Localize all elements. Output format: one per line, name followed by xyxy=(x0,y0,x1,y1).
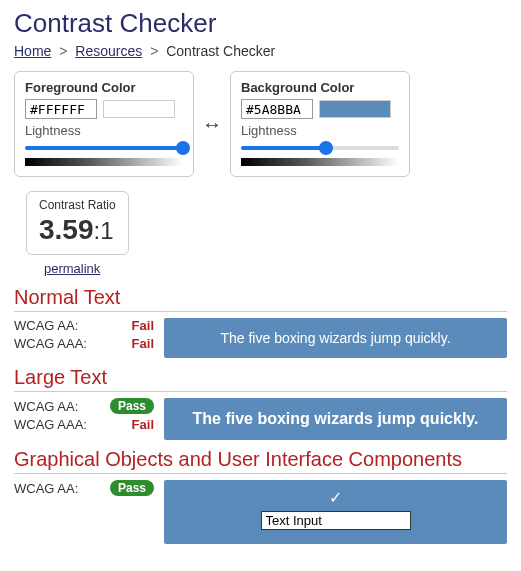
section-title-large: Large Text xyxy=(14,366,507,392)
section-title-normal: Normal Text xyxy=(14,286,507,312)
breadcrumb-current: Contrast Checker xyxy=(166,43,275,59)
foreground-lightness-slider[interactable] xyxy=(25,142,183,154)
breadcrumb-resources[interactable]: Resources xyxy=(75,43,142,59)
background-lightness-slider[interactable] xyxy=(241,142,399,154)
normal-aa-label: WCAG AA: xyxy=(14,318,78,333)
foreground-panel: Foreground Color Lightness xyxy=(14,71,194,177)
background-lightness-label: Lightness xyxy=(241,123,399,138)
breadcrumb: Home > Resources > Contrast Checker xyxy=(14,43,507,59)
foreground-swatch[interactable] xyxy=(103,100,175,118)
foreground-label: Foreground Color xyxy=(25,80,183,95)
ui-preview: ✓ xyxy=(164,480,507,544)
page-title: Contrast Checker xyxy=(14,8,507,39)
normal-aa-result: Fail xyxy=(132,318,154,333)
normal-aaa-result: Fail xyxy=(132,336,154,351)
sample-text-input[interactable] xyxy=(261,511,411,530)
swap-icon[interactable]: ↔ xyxy=(200,113,224,136)
background-label: Background Color xyxy=(241,80,399,95)
contrast-ratio-value: 3.59:1 xyxy=(39,214,116,246)
background-gradient xyxy=(241,158,399,166)
large-text-preview: The five boxing wizards jump quickly. xyxy=(164,398,507,440)
background-hex-input[interactable] xyxy=(241,99,313,119)
breadcrumb-home[interactable]: Home xyxy=(14,43,51,59)
ui-aa-label: WCAG AA: xyxy=(14,481,78,496)
permalink-link[interactable]: permalink xyxy=(44,261,507,276)
foreground-hex-input[interactable] xyxy=(25,99,97,119)
background-panel: Background Color Lightness xyxy=(230,71,410,177)
background-swatch[interactable] xyxy=(319,100,391,118)
breadcrumb-sep: > xyxy=(59,43,67,59)
large-aa-label: WCAG AA: xyxy=(14,399,78,414)
section-title-ui: Graphical Objects and User Interface Com… xyxy=(14,448,507,474)
large-aaa-label: WCAG AAA: xyxy=(14,417,87,432)
foreground-lightness-label: Lightness xyxy=(25,123,183,138)
contrast-ratio-box: Contrast Ratio 3.59:1 xyxy=(26,191,129,255)
check-icon: ✓ xyxy=(329,488,342,507)
breadcrumb-sep: > xyxy=(150,43,158,59)
ui-aa-result: Pass xyxy=(110,480,154,496)
foreground-gradient xyxy=(25,158,183,166)
large-aa-result: Pass xyxy=(110,398,154,414)
normal-text-preview: The five boxing wizards jump quickly. xyxy=(164,318,507,358)
contrast-ratio-label: Contrast Ratio xyxy=(39,198,116,212)
normal-aaa-label: WCAG AAA: xyxy=(14,336,87,351)
large-aaa-result: Fail xyxy=(132,417,154,432)
